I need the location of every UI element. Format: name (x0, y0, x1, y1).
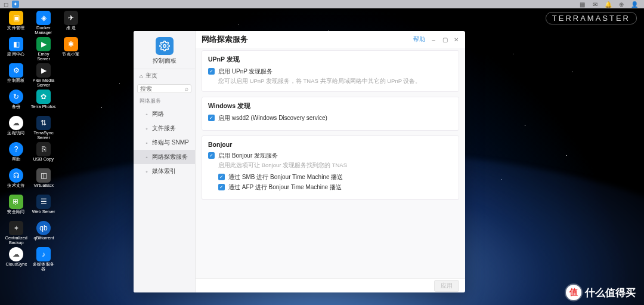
checkbox-row[interactable]: ✓启用 UPnP 发现服务 (208, 67, 453, 76)
settings-card: Windows 发现✓启用 wsdd2 (Windows Discovery s… (202, 97, 459, 131)
minimize-button[interactable]: – (431, 36, 436, 42)
checkbox-icon[interactable]: ✓ (208, 115, 215, 121)
checkbox-row[interactable]: ✓通过 AFP 进行 Bonjour Time Machine 播送 (218, 183, 453, 192)
bullet-icon: ◦ (144, 126, 149, 131)
desktop-icon-label: Emby Server (31, 53, 56, 61)
app-center-icon: ◧ (9, 37, 23, 51)
sidebar-item-label: 文件服务 (152, 124, 176, 133)
checkbox-label: 通过 AFP 进行 Bonjour Time Machine 播送 (228, 183, 342, 192)
sidebar-item-network[interactable]: ◦网络 (134, 107, 195, 121)
sidebar-title: 控制面板 (153, 57, 177, 65)
sidebar-item-label: 媒体索引 (152, 167, 176, 175)
speech-icon[interactable]: ✉ (592, 1, 599, 8)
search-input[interactable] (140, 85, 185, 92)
sub-checks: ✓通过 SMB 进行 Bonjour Time Machine 播送✓通过 AF… (218, 173, 453, 192)
checkbox-row[interactable]: ✓通过 SMB 进行 Bonjour Time Machine 播送 (218, 173, 453, 181)
control-panel-window: 控制面板 ⌂ 主页 ⌕ 网络服务 ◦网络◦文件服务◦终端与 SNMP◦网络探索服… (134, 31, 465, 292)
desktop-icon-label: Web Server (32, 210, 55, 214)
apply-button[interactable]: 应用 (434, 280, 459, 292)
window-footer: 应用 (196, 278, 465, 292)
desktop-icon-label: 应用中心 (7, 52, 24, 57)
desktop-icon-label: TerraSync Server (33, 131, 53, 140)
desktop-icon-support[interactable]: ☊技术支持 (2, 168, 30, 193)
media-server-icon: ♪ (36, 247, 51, 261)
globe-icon[interactable]: ⊕ (618, 1, 625, 8)
desktop-icon-label: 节点小宝 (62, 52, 79, 57)
desktop-icon-help[interactable]: ?帮助 (2, 142, 30, 167)
desktop-icon-label: Centralized Backup (5, 236, 27, 245)
desktop-icon-label: VirtualBox (33, 183, 53, 188)
desktop: ◻ ✦ ▦✉🔔⊕👤 ▣文件管理◈Docker Manager✈推 送◧应用中心▶… (0, 0, 644, 305)
desktop-icon-control-panel[interactable]: ⚙控制面板 (2, 63, 30, 88)
desktop-icon-plex[interactable]: ▶Plex Media Server (30, 63, 57, 88)
grid-icon[interactable]: ▦ (578, 1, 586, 8)
watermark-text: 什么值得买 (585, 286, 636, 300)
checkbox-label: 通过 SMB 进行 Bonjour Time Machine 播送 (228, 173, 343, 181)
photos-icon: ✿ (36, 90, 51, 104)
desktop-icon-label: 推 送 (66, 26, 76, 30)
checkbox-label: 启用 UPnP 发现服务 (218, 67, 273, 76)
checkbox-icon[interactable]: ✓ (218, 184, 225, 190)
close-button[interactable]: ✕ (453, 36, 459, 42)
bullet-icon: ◦ (144, 140, 149, 145)
desktop-icon-files[interactable]: ▣文件管理 (2, 11, 30, 36)
desktop-icon-label: Docker Manager (35, 26, 52, 35)
dashboard-icon[interactable]: ◻ (2, 1, 10, 8)
sidebar-item-media-index[interactable]: ◦媒体索引 (134, 164, 195, 178)
sidebar-item-terminal-snmp[interactable]: ◦终端与 SNMP (134, 135, 195, 150)
cloudsync-icon: ☁ (9, 247, 23, 261)
checkbox-label: 启用 Bonjour 发现服务 (218, 152, 278, 160)
checkbox-icon[interactable]: ✓ (208, 68, 215, 75)
desktop-icon-label: 备份 (12, 104, 21, 109)
user-icon[interactable]: 👤 (631, 1, 638, 8)
card-heading: UPnP 发现 (208, 56, 453, 64)
checkbox-row[interactable]: ✓启用 wsdd2 (Windows Discovery service) (208, 114, 453, 122)
settings-card: UPnP 发现✓启用 UPnP 发现服务您可以启用 UPnP 发现服务，将 TN… (202, 50, 459, 92)
desktop-icon-emby[interactable]: ▶Emby Server (30, 37, 57, 62)
desktop-icon-security[interactable]: ⛨安全顾问 (2, 195, 30, 220)
page-title: 网络探索服务 (202, 34, 248, 45)
system-topbar: ◻ ✦ ▦✉🔔⊕👤 (0, 0, 644, 8)
checkbox-row[interactable]: ✓启用 Bonjour 发现服务 (208, 152, 453, 160)
desktop-icon-cloudsync[interactable]: ☁CloudSync (2, 247, 30, 272)
bullet-icon: ◦ (144, 155, 149, 159)
desktop-icon-terrasync[interactable]: ⇅TerraSync Server (30, 116, 57, 141)
desktop-icon-label: 远程访问 (7, 131, 24, 135)
card-description: 启用此选项可让 Bonjour 发现服务找到您的 TNAS (218, 162, 453, 170)
checkbox-icon[interactable]: ✓ (218, 174, 225, 180)
app-logo-icon[interactable]: ✦ (12, 1, 19, 8)
desktop-icon-cbackup[interactable]: ⌖Centralized Backup (2, 221, 30, 246)
sidebar-item-file-service[interactable]: ◦文件服务 (134, 121, 195, 135)
desktop-icon-docker[interactable]: ◈Docker Manager (30, 11, 57, 36)
checkbox-label: 启用 wsdd2 (Windows Discovery service) (218, 114, 327, 122)
sidebar-item-discovery[interactable]: ◦网络探索服务 (134, 150, 195, 164)
desktop-icon-remote[interactable]: ☁远程访问 (2, 116, 30, 141)
desktop-icon-node[interactable]: ✱节点小宝 (57, 37, 85, 62)
sidebar-home[interactable]: ⌂ 主页 (134, 69, 195, 82)
desktop-icon-backup[interactable]: ↻备份 (2, 90, 30, 115)
desktop-icon-web-server[interactable]: ☰Web Server (30, 195, 57, 220)
desktop-icon-virtualbox[interactable]: ◫VirtualBox (30, 168, 57, 193)
sidebar-search[interactable]: ⌕ (137, 84, 191, 93)
backup-icon: ↻ (9, 90, 23, 104)
qbittorrent-icon: qb (36, 221, 51, 235)
desktop-icon-label: 文件管理 (7, 26, 24, 30)
desktop-icon-media-server[interactable]: ♪多媒体服务器 (30, 247, 57, 272)
desktop-icon-label: Terra Photos (31, 104, 56, 109)
desktop-icon-usb-copy[interactable]: ⎘USB Copy (30, 142, 57, 167)
checkbox-icon[interactable]: ✓ (208, 152, 215, 159)
maximize-button[interactable]: ▢ (442, 36, 448, 42)
desktop-icons: ▣文件管理◈Docker Manager✈推 送◧应用中心▶Emby Serve… (2, 11, 85, 272)
window-content: UPnP 发现✓启用 UPnP 发现服务您可以启用 UPnP 发现服务，将 TN… (196, 48, 465, 278)
desktop-icon-photos[interactable]: ✿Terra Photos (30, 90, 57, 115)
help-link[interactable]: 帮助 (413, 35, 425, 44)
window-sidebar: 控制面板 ⌂ 主页 ⌕ 网络服务 ◦网络◦文件服务◦终端与 SNMP◦网络探索服… (134, 31, 196, 292)
sidebar-section-label: 网络服务 (134, 95, 195, 107)
push-icon: ✈ (64, 11, 78, 25)
desktop-icon-push[interactable]: ✈推 送 (57, 11, 85, 36)
bell-icon[interactable]: 🔔 (605, 1, 612, 8)
desktop-icon-label: qBittorrent (33, 236, 54, 241)
desktop-icon-app-center[interactable]: ◧应用中心 (2, 37, 30, 62)
desktop-icon-qbittorrent[interactable]: qbqBittorrent (30, 221, 57, 246)
watermark-badge: 值 (566, 285, 581, 300)
